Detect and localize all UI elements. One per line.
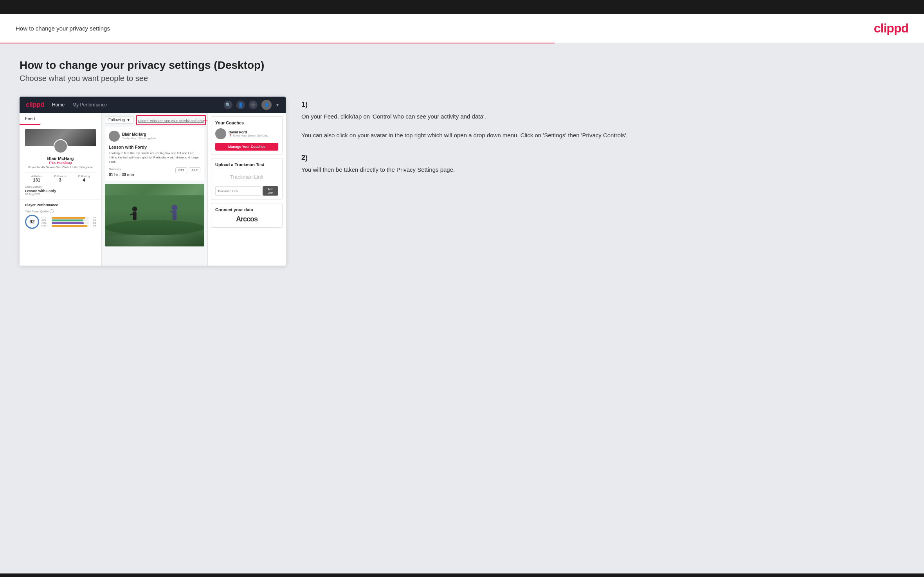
avatar-chevron-icon[interactable]: ▼ <box>276 103 279 107</box>
post-description: Looking to feel like my hands are exitin… <box>109 151 200 164</box>
trackman-widget-title: Upload a Trackman Test <box>215 162 278 167</box>
post-author-name: Blair McHarg <box>122 132 156 137</box>
stat-followers-value: 3 <box>54 178 66 182</box>
page-subheading: Choose what you want people to see <box>20 74 904 83</box>
post-card: Blair McHarg Yesterday · Sunningdale Les… <box>105 127 204 181</box>
add-link-button[interactable]: Add Link <box>263 186 278 196</box>
badge-app: APP <box>189 167 200 173</box>
search-icon[interactable]: 🔍 <box>224 101 232 109</box>
user-avatar[interactable]: 👤 <box>261 100 272 110</box>
chevron-down-icon: ▼ <box>126 118 130 122</box>
quality-row: 92 OTT 90 APP 85 <box>25 215 96 229</box>
instruction-2: 2) You will then be taken directly to th… <box>301 154 904 174</box>
bar-arg: ARG 86 <box>41 222 96 224</box>
instruction-2-text: You will then be taken directly to the P… <box>301 165 904 174</box>
latest-activity-date: 03 Aug 2022 <box>25 193 96 196</box>
privacy-link-container: Control who can see your activity and da… <box>138 117 204 124</box>
trackman-placeholder: Trackman Link <box>215 170 278 184</box>
profile-card: Blair McHarg Plus Handicap Royal North D… <box>20 125 101 200</box>
add-circle-icon[interactable]: ➕ <box>249 101 258 109</box>
badge-ott: OTT <box>175 167 187 173</box>
annotation-arrow-line <box>203 120 207 120</box>
instruction-1-number: 1) <box>301 101 904 109</box>
trackman-widget: Upload a Trackman Test Trackman Link Add… <box>211 158 283 200</box>
post-duration-label: Duration <box>109 167 134 171</box>
post-title: Lesson with Fordy <box>109 145 200 149</box>
profile-banner <box>25 129 96 146</box>
instructions-panel: 1) On your Feed, click/tap on 'Control w… <box>301 97 904 188</box>
post-image <box>105 184 204 246</box>
feed-tab[interactable]: Feed <box>20 113 40 125</box>
instruction-1: 1) On your Feed, click/tap on 'Control w… <box>301 101 904 140</box>
coach-item: David Ford 📍 Royal North Devon Golf Club <box>215 128 278 139</box>
profile-avatar <box>54 139 68 153</box>
feed-header: Following ▼ Control who can see your act… <box>105 116 204 124</box>
post-author-info: Blair McHarg Yesterday · Sunningdale <box>122 132 156 140</box>
quality-score: 92 <box>25 215 39 229</box>
footer: Copyright Clippd 2022 <box>0 573 924 577</box>
navbar-icons: 🔍 👤 ➕ 👤 ▼ <box>224 100 279 110</box>
stat-followers: Followers 3 <box>54 175 66 182</box>
manage-coaches-button[interactable]: Manage Your Coaches <box>215 143 278 151</box>
app-body: Feed Blair McHarg Plus Handicap Royal No… <box>20 113 286 266</box>
stat-following-value: 4 <box>78 178 90 182</box>
profile-handicap: Plus Handicap <box>25 161 96 165</box>
coach-club: 📍 Royal North Devon Golf Club <box>229 134 268 137</box>
coach-avatar <box>215 128 226 139</box>
bar-putt: PUTT 96 <box>41 225 96 227</box>
navbar-link-home[interactable]: Home <box>52 102 65 108</box>
app-widgets: Your Coaches David Ford 📍 Royal North De… <box>207 113 286 266</box>
post-duration-value: 01 hr : 30 min <box>109 173 134 177</box>
post-avatar <box>109 131 120 142</box>
top-bar <box>0 0 924 14</box>
connect-widget-title: Connect your data <box>215 207 278 212</box>
person-icon[interactable]: 👤 <box>236 101 245 109</box>
main-content: How to change your privacy settings (Des… <box>0 43 924 573</box>
stat-activities-label: Activities <box>31 175 42 178</box>
stat-activities-value: 131 <box>31 178 42 182</box>
privacy-controls-link[interactable]: Control who can see your activity and da… <box>138 119 204 123</box>
post-image-overlay <box>105 209 204 246</box>
navbar-link-performance[interactable]: My Performance <box>72 102 107 108</box>
bar-ott: OTT 90 <box>41 216 96 219</box>
total-quality-label: Total Player Quality i <box>25 209 96 213</box>
page-heading: How to change your privacy settings (Des… <box>20 59 904 72</box>
following-button[interactable]: Following ▼ <box>105 116 134 124</box>
coach-name: David Ford <box>229 130 268 134</box>
app-navbar: clippd Home My Performance 🔍 👤 ➕ 👤 ▼ <box>20 97 286 113</box>
bar-app: APP 85 <box>41 219 96 221</box>
instruction-1-text: On your Feed, click/tap on 'Control who … <box>301 112 904 140</box>
latest-activity-name: Lesson with Fordy <box>25 189 96 193</box>
profile-club: Royal North Devon Golf Club, United King… <box>25 165 96 169</box>
profile-stats: Activities 131 Followers 3 Following 4 <box>25 172 96 182</box>
stat-following: Following 4 <box>78 175 90 182</box>
stat-followers-label: Followers <box>54 175 66 178</box>
annotation-arrow-container <box>203 118 207 122</box>
post-footer: Duration 01 hr : 30 min OTT APP <box>109 167 200 177</box>
header-title: How to change your privacy settings <box>16 25 110 32</box>
coaches-widget-title: Your Coaches <box>215 120 278 125</box>
trackman-input[interactable] <box>215 186 261 196</box>
stat-following-label: Following <box>78 175 90 178</box>
performance-title: Player Performance <box>25 203 96 207</box>
location-icon: 📍 <box>229 134 232 137</box>
arccos-logo: Arccos <box>215 215 278 223</box>
clippd-logo: clippd <box>874 21 908 36</box>
post-badges: OTT APP <box>175 167 200 173</box>
connect-widget: Connect your data Arccos <box>211 203 283 228</box>
post-duration-info: Duration 01 hr : 30 min <box>109 167 134 177</box>
app-feed: Following ▼ Control who can see your act… <box>102 113 207 266</box>
player-performance: Player Performance Total Player Quality … <box>20 200 101 232</box>
header: How to change your privacy settings clip… <box>0 14 924 43</box>
instruction-2-number: 2) <box>301 154 904 162</box>
trackman-input-row: Add Link <box>215 186 278 196</box>
profile-name: Blair McHarg <box>25 156 96 161</box>
quality-bars: OTT 90 APP 85 ARG <box>41 216 96 227</box>
coaches-widget: Your Coaches David Ford 📍 Royal North De… <box>211 116 283 155</box>
app-logo: clippd <box>26 101 44 108</box>
post-header: Blair McHarg Yesterday · Sunningdale <box>109 131 200 142</box>
stat-activities: Activities 131 <box>31 175 42 182</box>
latest-activity-label: Latest Activity <box>25 185 96 188</box>
content-row: clippd Home My Performance 🔍 👤 ➕ 👤 ▼ Fee… <box>20 97 904 266</box>
app-sidebar: Feed Blair McHarg Plus Handicap Royal No… <box>20 113 102 266</box>
